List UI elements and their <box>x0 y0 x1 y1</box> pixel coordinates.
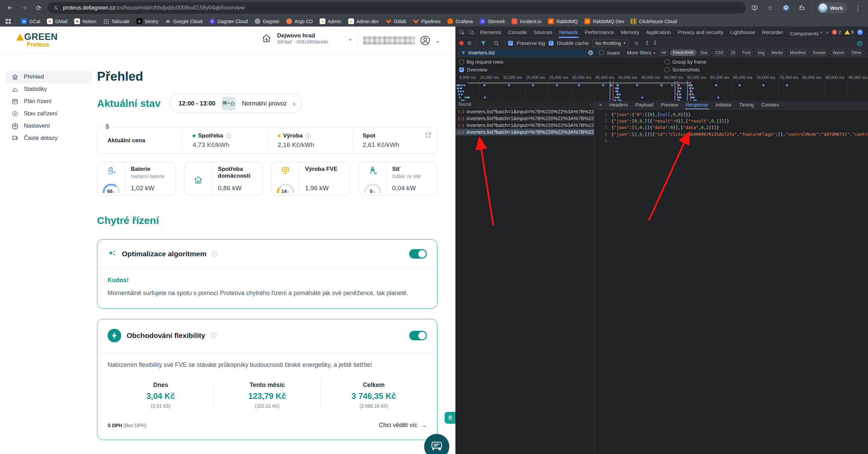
option-overview[interactable]: Overview <box>459 67 487 72</box>
import-har-icon[interactable]: ↥ <box>645 40 649 46</box>
devtools-tab-console[interactable]: Console <box>505 27 530 38</box>
warning-badge[interactable]: 5 <box>845 30 854 35</box>
bookmark-incident-io[interactable]: !incident.io <box>509 17 544 25</box>
option-group-by-frame[interactable]: Group by frame <box>665 59 707 65</box>
preserve-log-checkbox[interactable] <box>508 41 513 46</box>
extensions-puzzle-icon[interactable] <box>796 2 807 13</box>
onepassword-extension-icon[interactable] <box>781 2 791 13</box>
invert-checkbox[interactable] <box>599 50 604 55</box>
bookmark-pipelines[interactable]: Pipelines <box>410 17 444 25</box>
device-toolbar-icon[interactable] <box>467 28 476 37</box>
option-big-request-rows[interactable]: Big request rows <box>459 59 503 65</box>
optimization-toggle[interactable] <box>409 249 427 259</box>
record-network-icon[interactable] <box>459 41 464 45</box>
browser-menu-icon[interactable]: ⋮ <box>852 2 863 13</box>
bookmark-clickhouse-cloud[interactable]: ClickHouse Cloud <box>628 17 680 25</box>
back-icon[interactable] <box>5 2 16 13</box>
external-link-icon[interactable] <box>425 132 432 139</box>
filter-pill-socket[interactable]: Socket <box>810 50 829 56</box>
filter-pill-img[interactable]: Img <box>755 50 767 56</box>
bookmark-argo-cd[interactable]: Argo CD <box>283 17 316 25</box>
delta-green-logo[interactable]: GREEN Proteus <box>16 32 58 48</box>
request-row[interactable]: {;}inverters.list?batch=1&input=%7B%220%… <box>456 108 594 115</box>
extension-icon[interactable] <box>857 29 863 35</box>
bookmark-gcal[interactable]: 18GCal <box>18 17 43 25</box>
search-network-icon[interactable] <box>492 39 501 48</box>
bookmark-admin-dev[interactable]: ΔAdmin dev <box>345 17 382 25</box>
feedback-fab[interactable] <box>424 434 449 454</box>
detail-tab-response[interactable]: Response <box>682 101 712 109</box>
info-icon[interactable]: i <box>211 333 216 338</box>
filter-pill-all[interactable]: All <box>659 50 669 56</box>
clear-network-icon[interactable]: ⊘ <box>467 40 471 46</box>
devtools-tab-components[interactable]: Components ∗ <box>786 27 826 38</box>
filter-input[interactable]: inverters.list ✕ <box>459 49 596 56</box>
save-page-icon[interactable] <box>749 2 760 13</box>
option-screenshots[interactable]: Screenshots <box>665 67 700 72</box>
bookmark-sentry[interactable]: SSentry <box>133 17 161 25</box>
bookmark-grafana[interactable]: Grafana <box>444 17 476 25</box>
devtools-tab-network[interactable]: Network <box>556 27 581 38</box>
detail-tab-preview[interactable]: Preview <box>657 101 682 109</box>
address-bar[interactable]: proteus.deltagreen.cz/cs/household/clhhd… <box>48 2 746 14</box>
account-chevron-down-icon[interactable]: ⌄ <box>435 37 440 44</box>
name-column-header[interactable]: Name › <box>456 101 594 108</box>
bookmark-admin[interactable]: ΔAdmin <box>317 17 344 25</box>
overview-checkbox[interactable] <box>459 67 464 72</box>
sidebar-item-nastaven[interactable]: Nastavení <box>5 120 92 132</box>
detail-tab-timing[interactable]: Timing <box>736 101 758 109</box>
current-state-pill[interactable]: 12:00 - 13:00 Normální provoz › <box>170 94 302 113</box>
screen-share-tab[interactable] <box>445 412 455 424</box>
bookmark-sloneek[interactable]: SSloneek <box>477 17 508 25</box>
filter-pill-font[interactable]: Font <box>739 50 753 56</box>
detail-tab-initiator[interactable]: Initiator <box>712 101 736 109</box>
bookmark-gmail[interactable]: MGMail <box>44 17 71 25</box>
more-filters-dropdown[interactable]: More filters▾ <box>627 50 655 55</box>
apps-grid-icon[interactable] <box>4 17 12 26</box>
bookmark-rabbitmq-dev[interactable]: RRabbitMQ Dev <box>581 17 627 25</box>
bookmark-dagster-cloud[interactable]: DDagster Cloud <box>206 17 251 25</box>
sidebar-item-ast-dotazy[interactable]: Časté dotazy <box>5 132 92 144</box>
error-badge[interactable]: ✕ 2 <box>832 30 841 35</box>
network-settings-gear-icon[interactable] <box>855 39 865 48</box>
bookmark-notion[interactable]: NNotion <box>71 17 99 25</box>
filter-pill-media[interactable]: Media <box>769 50 786 56</box>
info-icon[interactable]: i <box>305 133 311 139</box>
info-icon[interactable]: i <box>226 133 231 139</box>
clear-filter-icon[interactable]: ✕ <box>588 50 593 55</box>
network-overview-timeline[interactable]: 5,000 ms10,000 ms15,000 ms20,000 ms25,00… <box>456 74 868 102</box>
more-tabs-icon[interactable]: » <box>826 30 829 35</box>
detail-tab-headers[interactable]: Headers <box>606 101 632 109</box>
export-har-icon[interactable]: ↧ <box>653 40 657 46</box>
household-selector[interactable]: Dejwovo hrad Střídač - 0281860de44e ⌄ <box>261 32 353 45</box>
devtools-tab-elements[interactable]: Elements <box>477 27 505 38</box>
screenshots-checkbox[interactable] <box>665 67 670 72</box>
bookmark-star-icon[interactable]: ☆ <box>765 2 776 13</box>
request-row[interactable]: {;}inverters.list?batch=1&input=%7B%220%… <box>456 115 594 122</box>
site-controls-icon[interactable] <box>53 5 59 11</box>
response-body[interactable]: 1{"json":{"0":[[0],[null,0,0]]}}2{"json"… <box>594 110 868 454</box>
filter-pill-js[interactable]: JS <box>728 50 738 56</box>
sidebar-item-pl-n-zen[interactable]: Plán řízení <box>5 95 92 108</box>
bookmark-google-cloud[interactable]: Google Cloud <box>162 17 206 25</box>
profile-chip[interactable]: Work <box>817 2 848 14</box>
group-by-frame-checkbox[interactable] <box>665 60 670 64</box>
reload-icon[interactable]: ⟳ <box>33 2 44 13</box>
devtools-tab-lighthouse[interactable]: Lighthouse <box>727 27 758 38</box>
account-avatar-icon[interactable] <box>420 35 431 46</box>
detail-tab-payload[interactable]: Payload <box>632 101 657 109</box>
detail-tab-cookies[interactable]: Cookies <box>758 101 783 109</box>
filter-pill-manifest[interactable]: Manifest <box>787 50 808 56</box>
devtools-tab-application[interactable]: Application <box>643 27 674 38</box>
devtools-tab-sources[interactable]: Sources <box>530 27 556 38</box>
devtools-tab-recorder[interactable]: Recorder <box>759 27 787 38</box>
filter-pill-other[interactable]: Other <box>849 50 865 56</box>
request-row[interactable]: {;}inverters.list?batch=1&input=%7B%220%… <box>456 129 594 135</box>
devtools-tab-performance[interactable]: Performance <box>581 27 617 38</box>
devtools-settings-gear-icon[interactable] <box>867 28 868 37</box>
bookmark-tailscale[interactable]: Tailscale <box>100 17 133 25</box>
forward-icon[interactable] <box>19 2 30 13</box>
filter-funnel-icon[interactable] <box>479 39 488 48</box>
disable-cache-checkbox[interactable] <box>549 41 553 46</box>
flexibility-toggle[interactable] <box>409 331 427 340</box>
